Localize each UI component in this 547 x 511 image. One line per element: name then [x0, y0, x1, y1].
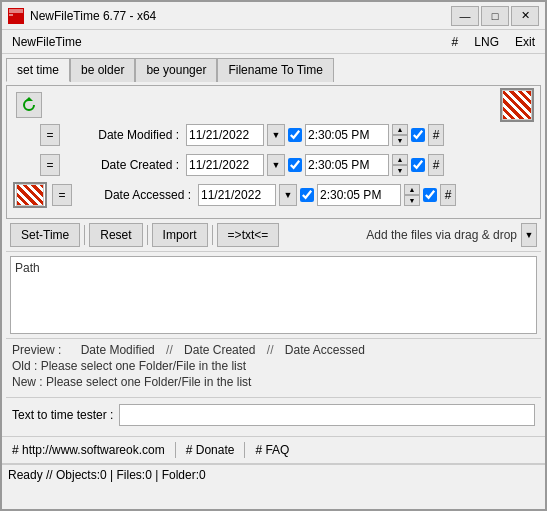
action-sep-1 — [84, 225, 85, 245]
accessed-eq-button[interactable]: = — [52, 184, 72, 206]
modified-time-checkbox[interactable] — [411, 128, 425, 142]
preview-date-created: Date Created — [184, 343, 255, 357]
modified-label: Date Modified : — [63, 128, 183, 142]
modified-time-down[interactable]: ▼ — [392, 135, 408, 146]
created-hash-button[interactable]: # — [428, 154, 444, 176]
tab-filename-to-time[interactable]: Filename To Time — [217, 58, 333, 82]
action-sep-3 — [212, 225, 213, 245]
tab-bar: set time be older be younger Filename To… — [6, 58, 541, 82]
menu-bar: NewFileTime # LNG Exit — [2, 30, 545, 54]
footer-sep-2 — [244, 442, 245, 458]
preview-new-row: New : Please select one Folder/File in t… — [12, 375, 535, 389]
preview-area: Preview : Date Modified // Date Created … — [6, 338, 541, 395]
footer-link-donate[interactable]: # Donate — [182, 441, 239, 459]
txt-button[interactable]: =>txt<= — [217, 223, 280, 247]
modified-date-input[interactable] — [186, 124, 264, 146]
icon-row — [13, 92, 534, 118]
refresh-button[interactable] — [16, 92, 42, 118]
accessed-hash-button[interactable]: # — [440, 184, 456, 206]
window-controls: — □ ✕ — [451, 6, 539, 26]
accessed-time-down[interactable]: ▼ — [404, 195, 420, 206]
accessed-date-dropdown[interactable]: ▼ — [279, 184, 297, 206]
file-list-header: Path — [15, 261, 40, 275]
created-date-dropdown[interactable]: ▼ — [267, 154, 285, 176]
accessed-time-input[interactable] — [317, 184, 401, 206]
app-name-menu[interactable]: NewFileTime — [8, 33, 86, 51]
set-time-button[interactable]: Set-Time — [10, 223, 80, 247]
calendar-icon-top — [500, 88, 534, 122]
footer-link-faq[interactable]: # FAQ — [251, 441, 293, 459]
modified-time-up[interactable]: ▲ — [392, 124, 408, 135]
exit-menu-item[interactable]: Exit — [511, 33, 539, 51]
title-bar: NewFileTime 6.77 - x64 — □ ✕ — [2, 2, 545, 30]
modified-eq-button[interactable]: = — [40, 124, 60, 146]
preview-date-modified: Date Modified — [81, 343, 155, 357]
footer-sep-1 — [175, 442, 176, 458]
nft-icon — [13, 182, 47, 208]
preview-new-label: New : Please select one Folder/File in t… — [12, 375, 251, 389]
main-content: set time be older be younger Filename To… — [2, 54, 545, 436]
modified-time-input[interactable] — [305, 124, 389, 146]
preview-header: Preview : Date Modified // Date Created … — [12, 343, 535, 357]
status-text: Ready // Objects:0 | Files:0 | Folder:0 — [8, 468, 206, 482]
preview-old-row: Old : Please select one Folder/File in t… — [12, 359, 535, 373]
created-time-input[interactable] — [305, 154, 389, 176]
date-created-row: = Date Created : ▼ ▲ ▼ # — [13, 152, 534, 178]
date-modified-row: = Date Modified : ▼ ▲ ▼ # — [13, 122, 534, 148]
accessed-time-spinner: ▲ ▼ — [404, 184, 420, 206]
app-icon — [8, 8, 24, 24]
created-eq-button[interactable]: = — [40, 154, 60, 176]
created-time-checkbox[interactable] — [411, 158, 425, 172]
preview-date-accessed: Date Accessed — [285, 343, 365, 357]
svg-rect-2 — [9, 14, 13, 16]
modified-date-checkbox[interactable] — [288, 128, 302, 142]
created-time-spinner: ▲ ▼ — [392, 154, 408, 176]
accessed-time-checkbox[interactable] — [423, 188, 437, 202]
svg-marker-3 — [25, 97, 33, 101]
date-accessed-row: = Date Accessed : ▼ ▲ ▼ # — [13, 182, 534, 208]
lng-menu-item[interactable]: LNG — [470, 33, 503, 51]
created-label: Date Created : — [63, 158, 183, 172]
import-button[interactable]: Import — [152, 223, 208, 247]
created-date-input[interactable] — [186, 154, 264, 176]
drag-drop-dropdown[interactable]: ▼ — [521, 223, 537, 247]
file-list[interactable]: Path — [10, 256, 537, 334]
preview-old-label: Old : Please select one Folder/File in t… — [12, 359, 246, 373]
created-date-checkbox[interactable] — [288, 158, 302, 172]
footer-link-website[interactable]: # http://www.softwareok.com — [8, 441, 169, 459]
modified-date-dropdown[interactable]: ▼ — [267, 124, 285, 146]
svg-rect-1 — [9, 9, 23, 13]
action-sep-2 — [147, 225, 148, 245]
footer-links: # http://www.softwareok.com # Donate # F… — [2, 436, 545, 464]
created-time-down[interactable]: ▼ — [392, 165, 408, 176]
modified-icon — [13, 122, 37, 148]
tab-be-younger[interactable]: be younger — [135, 58, 217, 82]
maximize-button[interactable]: □ — [481, 6, 509, 26]
action-bar: Set-Time Reset Import =>txt<= Add the fi… — [6, 219, 541, 252]
text-tester-label: Text to time tester : — [12, 408, 113, 422]
text-tester-row: Text to time tester : — [6, 397, 541, 432]
accessed-date-checkbox[interactable] — [300, 188, 314, 202]
refresh-icon-container — [13, 92, 45, 118]
accessed-time-up[interactable]: ▲ — [404, 184, 420, 195]
status-bar: Ready // Objects:0 | Files:0 | Folder:0 — [2, 464, 545, 485]
window-title: NewFileTime 6.77 - x64 — [30, 9, 451, 23]
calendar-inner — [502, 90, 532, 120]
created-time-up[interactable]: ▲ — [392, 154, 408, 165]
menu-right: # LNG Exit — [448, 33, 539, 51]
modified-hash-button[interactable]: # — [428, 124, 444, 146]
preview-label: Preview : — [12, 343, 61, 357]
drag-drop-label: Add the files via drag & drop — [366, 228, 517, 242]
tab-set-time[interactable]: set time — [6, 58, 70, 82]
created-icon — [13, 152, 37, 178]
text-tester-input[interactable] — [119, 404, 535, 426]
accessed-label: Date Accessed : — [75, 188, 195, 202]
tab-be-older[interactable]: be older — [70, 58, 135, 82]
modified-time-spinner: ▲ ▼ — [392, 124, 408, 146]
hash-menu-item[interactable]: # — [448, 33, 463, 51]
accessed-date-input[interactable] — [198, 184, 276, 206]
minimize-button[interactable]: — — [451, 6, 479, 26]
tab-content: = Date Modified : ▼ ▲ ▼ # = Date Created… — [6, 85, 541, 219]
close-button[interactable]: ✕ — [511, 6, 539, 26]
reset-button[interactable]: Reset — [89, 223, 142, 247]
